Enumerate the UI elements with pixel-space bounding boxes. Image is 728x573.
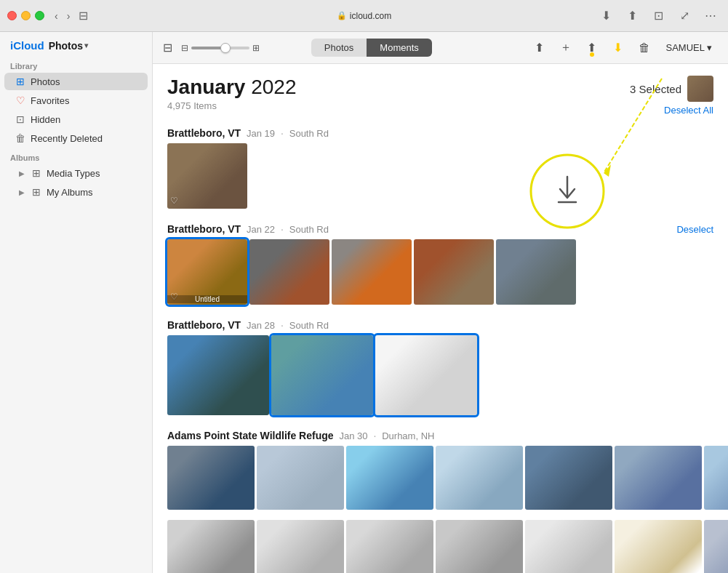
nav-buttons: ‹ › bbox=[52, 9, 73, 23]
photo-thumb[interactable] bbox=[436, 446, 523, 510]
photo-group-jan30: Adams Point State Wildlife Refuge Jan 30… bbox=[153, 424, 728, 518]
nav-back-button[interactable]: ‹ bbox=[52, 9, 61, 23]
maximize-button[interactable] bbox=[35, 11, 44, 20]
photo-group-header-jan28: Brattleboro, VT Jan 28 · South Rd bbox=[167, 319, 713, 331]
delete-button[interactable]: 🗑 bbox=[634, 38, 655, 58]
user-menu-button[interactable]: SAMUEL ▾ bbox=[660, 39, 718, 56]
hidden-icon: ⊡ bbox=[15, 113, 26, 125]
group-location: Brattleboro, VT bbox=[167, 127, 241, 139]
photo-group-header-jan30: Adams Point State Wildlife Refuge Jan 30… bbox=[167, 430, 713, 441]
zoom-in-icon: ⊞ bbox=[252, 43, 260, 53]
photos-icon: ⊞ bbox=[15, 76, 26, 87]
photo-thumb[interactable] bbox=[346, 446, 433, 510]
nav-forward-button[interactable]: › bbox=[64, 9, 73, 23]
photo-thumb[interactable] bbox=[615, 446, 702, 510]
download-button[interactable]: ⬇ bbox=[608, 38, 628, 58]
group-title-jan30: Adams Point State Wildlife Refuge Jan 30… bbox=[167, 430, 434, 441]
group-sublocation-28: South Rd bbox=[289, 320, 329, 331]
group-sublocation-30: Durham, NH bbox=[382, 430, 434, 441]
zoom-slider[interactable] bbox=[191, 47, 249, 49]
sidebar-item-my-albums[interactable]: ▶ ⊞ My Albums bbox=[4, 183, 148, 201]
upload-button[interactable]: ⬆ bbox=[529, 38, 550, 58]
heart-icon: ♡ bbox=[15, 95, 26, 106]
photo-thumb[interactable] bbox=[414, 239, 494, 305]
media-types-icon: ⊞ bbox=[31, 167, 42, 179]
add-button[interactable]: ＋ bbox=[556, 38, 576, 58]
more-button[interactable]: ⋯ bbox=[700, 6, 721, 26]
photo-thumb[interactable]: ♡ bbox=[167, 143, 247, 209]
sidebar-item-my-albums-label: My Albums bbox=[47, 187, 93, 198]
app-layout: iCloud Photos ▾ Library ⊞ Photos ♡ Favor… bbox=[0, 32, 728, 573]
photos-row-jan30-2 bbox=[167, 520, 713, 573]
photo-thumb[interactable] bbox=[436, 520, 523, 573]
download-arrow-button[interactable]: ⬇ bbox=[596, 6, 616, 26]
user-chevron-icon: ▾ bbox=[707, 42, 712, 53]
separator-28: · bbox=[281, 319, 287, 331]
photo-thumb[interactable] bbox=[704, 520, 728, 573]
titlebar-right: ⬇ ⬆ ⊡ ⤢ ⋯ bbox=[596, 6, 721, 26]
photos-dropdown-label: Photos bbox=[49, 40, 83, 52]
photo-group-header-jan19: Brattleboro, VT Jan 19 · South Rd bbox=[167, 127, 713, 139]
share-button[interactable]: ⬆ bbox=[582, 38, 602, 58]
titlebar: ‹ › ⊟ 🔒 icloud.com ⬇ ⬆ ⊡ ⤢ ⋯ bbox=[0, 0, 728, 32]
photo-thumb[interactable] bbox=[375, 335, 477, 415]
sidebar-item-recently-deleted[interactable]: 🗑 Recently Deleted bbox=[4, 129, 148, 147]
items-count: 4,975 Items bbox=[167, 100, 296, 111]
sidebar-toggle-toolbar-button[interactable]: ⊟ bbox=[163, 41, 172, 55]
content-title: January 2022 bbox=[167, 76, 296, 99]
photos-row-jan28 bbox=[167, 335, 713, 415]
sidebar-item-hidden-label: Hidden bbox=[31, 114, 60, 125]
icloud-logo: iCloud bbox=[10, 39, 44, 52]
photo-thumb[interactable] bbox=[271, 335, 373, 415]
my-albums-icon: ⊞ bbox=[31, 186, 42, 198]
content-title-block: January 2022 4,975 Items bbox=[167, 76, 296, 111]
sidebar-item-photos-label: Photos bbox=[31, 76, 60, 87]
content-header: January 2022 4,975 Items 3 Selected Dese… bbox=[153, 64, 728, 121]
share-titlebar-button[interactable]: ⬆ bbox=[622, 6, 642, 26]
photo-group-jan19: Brattleboro, VT Jan 19 · South Rd ♡ bbox=[153, 121, 728, 217]
photos-dropdown[interactable]: Photos ▾ bbox=[49, 40, 88, 52]
photo-thumb[interactable] bbox=[496, 239, 576, 305]
tab-photos[interactable]: Photos bbox=[311, 39, 367, 57]
sidebar-item-photos[interactable]: ⊞ Photos bbox=[4, 73, 148, 90]
photo-thumb[interactable] bbox=[615, 520, 702, 573]
deselect-all-button[interactable]: Deselect All bbox=[664, 105, 713, 116]
group-date: Jan 19 bbox=[247, 128, 275, 139]
lock-icon: 🔒 bbox=[337, 11, 347, 20]
deselect-group-button[interactable]: Deselect bbox=[676, 224, 713, 235]
photo-thumb[interactable]: ♡ Untitled bbox=[167, 239, 247, 305]
sidebar-item-hidden[interactable]: ⊡ Hidden bbox=[4, 111, 148, 128]
selected-count: 3 Selected bbox=[630, 76, 713, 102]
sidebar-toggle-button[interactable]: ⊟ bbox=[79, 9, 88, 23]
photo-thumb[interactable] bbox=[704, 446, 728, 510]
group-title-jan19: Brattleboro, VT Jan 19 · South Rd bbox=[167, 127, 329, 139]
photo-thumb[interactable] bbox=[257, 520, 344, 573]
photos-row-jan22: ♡ Untitled bbox=[167, 239, 713, 305]
close-button[interactable] bbox=[7, 11, 17, 20]
sidebar-item-media-types[interactable]: ▶ ⊞ Media Types bbox=[4, 164, 148, 182]
user-label: SAMUEL bbox=[666, 42, 705, 53]
url-bar: 🔒 icloud.com bbox=[292, 11, 437, 21]
group-date-30: Jan 30 bbox=[339, 430, 367, 441]
photo-group-jan30-row2 bbox=[153, 518, 728, 573]
copy-button[interactable]: ⊡ bbox=[648, 6, 668, 26]
photo-thumb[interactable] bbox=[167, 520, 255, 573]
photo-thumb[interactable] bbox=[167, 446, 255, 510]
tab-moments[interactable]: Moments bbox=[367, 39, 431, 57]
minimize-button[interactable] bbox=[21, 11, 31, 20]
sidebar-header: iCloud Photos ▾ bbox=[0, 32, 152, 56]
photo-thumb[interactable] bbox=[346, 520, 433, 573]
photo-group-jan22: Brattleboro, VT Jan 22 · South Rd Desele… bbox=[153, 217, 728, 313]
fullscreen-button[interactable]: ⤢ bbox=[674, 6, 695, 26]
sidebar-item-favorites[interactable]: ♡ Favorites bbox=[4, 92, 148, 109]
traffic-lights bbox=[7, 11, 44, 20]
selected-thumbnail bbox=[687, 76, 713, 102]
photo-thumb[interactable] bbox=[167, 335, 269, 415]
photo-thumb[interactable] bbox=[525, 446, 612, 510]
photo-thumb[interactable] bbox=[525, 520, 612, 573]
sidebar-item-favorites-label: Favorites bbox=[31, 95, 69, 106]
photos-row-jan30 bbox=[167, 446, 713, 510]
photo-thumb[interactable] bbox=[257, 446, 344, 510]
photo-thumb[interactable] bbox=[332, 239, 412, 305]
photo-thumb[interactable] bbox=[249, 239, 329, 305]
